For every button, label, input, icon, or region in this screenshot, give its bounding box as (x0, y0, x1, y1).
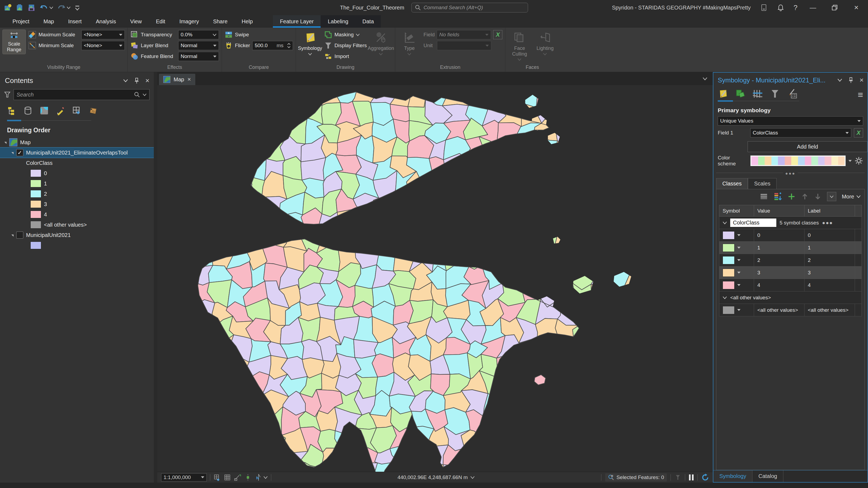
symbol-dropdown-icon[interactable] (737, 234, 741, 236)
pause-drawing-button[interactable] (689, 475, 693, 480)
scale-range-button[interactable]: Scale Range (3, 30, 26, 54)
legend-swatch[interactable] (30, 180, 41, 187)
extrusion-unit-select[interactable] (437, 41, 491, 50)
advanced-symbology-tab-icon[interactable] (787, 89, 798, 100)
legend-swatch[interactable] (30, 190, 41, 198)
color-scheme-options-gear-icon[interactable] (855, 156, 863, 165)
contents-search-input[interactable]: Search (13, 89, 150, 100)
color-scheme-ramp[interactable] (750, 155, 846, 166)
import-button[interactable]: Import (324, 52, 367, 61)
add-value-plus-icon[interactable] (787, 193, 796, 201)
class-row[interactable]: 4 4 (719, 279, 862, 291)
new-map-grid-icon[interactable] (214, 474, 220, 481)
open-project-icon[interactable] (16, 3, 24, 12)
flicker-spinner[interactable] (286, 43, 290, 48)
legend-item[interactable] (0, 240, 154, 251)
layer-blend-select[interactable]: Normal (178, 41, 219, 50)
tab-scales[interactable]: Scales (748, 178, 777, 189)
symbology-filter-tab-icon[interactable] (770, 89, 780, 100)
symbol-swatch[interactable] (723, 306, 735, 314)
measure-icon[interactable] (234, 474, 241, 481)
layer1-visibility-checkbox[interactable]: ✓ (16, 149, 23, 156)
tab-analysis[interactable]: Analysis (89, 15, 123, 28)
minimize-button[interactable]: — (807, 2, 819, 13)
filter-icon[interactable] (4, 91, 11, 98)
lighting-button[interactable]: Lighting (533, 30, 556, 57)
class-row[interactable]: 2 2 (719, 254, 862, 266)
transparency-select[interactable]: 0.0% (178, 30, 219, 39)
class-row[interactable]: 1 1 (719, 241, 862, 254)
list-by-labeling-button[interactable] (88, 106, 98, 120)
label-cell[interactable]: 4 (805, 279, 855, 291)
value-cell[interactable]: 2 (754, 254, 805, 266)
search-options-chevron-icon[interactable] (143, 94, 147, 96)
flicker-input[interactable]: 500.0 ms (252, 41, 293, 50)
legend-swatch[interactable] (30, 221, 41, 229)
tab-feature-layer[interactable]: Feature Layer (273, 15, 321, 28)
primary-symbology-select[interactable]: Unique Values (718, 116, 863, 126)
legend-item[interactable]: 1 (0, 178, 154, 189)
value-cell[interactable]: 0 (754, 229, 805, 241)
group-collapse-icon[interactable] (723, 296, 727, 299)
symbol-layer-drawing-tab-icon[interactable] (752, 89, 763, 100)
move-down-icon[interactable] (814, 193, 822, 200)
panel-menu-chevron-icon[interactable] (837, 78, 842, 82)
layer2-visibility-checkbox[interactable] (16, 231, 23, 238)
add-all-values-icon[interactable] (773, 192, 782, 201)
value-cell[interactable]: 3 (754, 266, 805, 279)
show-table-icon[interactable] (760, 193, 768, 201)
group-row-other-values[interactable]: <all other values> (719, 291, 862, 304)
tree-item-layer1[interactable]: ✓ MunicipalUnit2021_EliminateOverlapsToo… (0, 148, 154, 158)
legend-item[interactable]: 0 (0, 168, 154, 178)
coordinate-readout[interactable]: 440,002.96E 4,248,687.66N m (397, 475, 475, 480)
face-culling-button[interactable]: Face Culling (508, 30, 531, 62)
map-canvas-svg[interactable] (157, 85, 713, 483)
group-row-colorclass[interactable]: ColorClass 5 symbol classes ●●● (719, 217, 862, 229)
panel-options-menu-icon[interactable]: ≡ (858, 92, 863, 97)
symbol-dropdown-icon[interactable] (737, 309, 741, 311)
column-header-symbol[interactable]: Symbol (719, 205, 754, 217)
symbology-button[interactable]: Symbology (299, 30, 321, 57)
symbol-swatch[interactable] (723, 269, 735, 277)
tab-help[interactable]: Help (235, 15, 260, 28)
redo-button[interactable] (57, 3, 70, 12)
bottom-tab-catalog[interactable]: Catalog (752, 470, 783, 482)
tab-classes[interactable]: Classes (716, 178, 748, 189)
minimum-scale-select[interactable]: <None> (82, 41, 125, 50)
list-by-editing-button[interactable] (56, 106, 65, 120)
symbol-dropdown-icon[interactable] (737, 272, 741, 273)
primary-symbology-tab-icon[interactable] (718, 89, 728, 100)
feature-blend-select[interactable]: Normal (178, 52, 219, 61)
panel-close-icon[interactable]: × (860, 76, 864, 84)
view-filter-icon[interactable] (675, 474, 681, 481)
label-cell[interactable]: 2 (805, 254, 855, 266)
tab-list-chevron-icon[interactable] (703, 77, 707, 80)
symbol-swatch[interactable] (723, 281, 735, 289)
other-values-row[interactable]: <all other values> <all other values> (719, 304, 862, 316)
class-row[interactable]: 3 3 (719, 266, 862, 279)
symbol-swatch[interactable] (723, 256, 735, 264)
map-tab-close-icon[interactable]: × (187, 76, 191, 83)
tab-imagery[interactable]: Imagery (172, 15, 206, 28)
tree-item-layer2[interactable]: MunicipalUnit2021 (0, 230, 154, 240)
expander-icon[interactable] (11, 152, 13, 154)
legend-swatch[interactable] (30, 200, 41, 208)
symbol-swatch[interactable] (723, 231, 735, 239)
panel-close-icon[interactable]: × (145, 76, 150, 85)
undo-button[interactable] (40, 3, 53, 12)
customize-toolbar-button[interactable] (74, 3, 80, 12)
extrusion-expression-button[interactable]: X (493, 30, 502, 39)
list-by-drawing-order-button[interactable] (7, 106, 16, 120)
masking-button[interactable]: Masking (324, 30, 367, 40)
signed-in-account[interactable]: Spyridon - STARIDAS GEOGRAPHY #MakingMap… (612, 5, 751, 11)
north-arrow-icon[interactable]: N (255, 474, 268, 481)
legend-swatch[interactable] (30, 241, 41, 249)
device-status-icon[interactable] (760, 4, 768, 11)
tab-share[interactable]: Share (206, 15, 235, 28)
label-cell[interactable]: 1 (805, 241, 855, 254)
selected-features-indicator[interactable]: Selected Features: 0 (605, 474, 667, 482)
extrusion-type-button[interactable]: Type (398, 30, 421, 57)
group-more-options-icon[interactable]: ●●● (822, 220, 833, 226)
group-collapse-icon[interactable] (723, 222, 727, 224)
command-search-input[interactable]: Command Search (Alt+Q) (411, 3, 528, 12)
